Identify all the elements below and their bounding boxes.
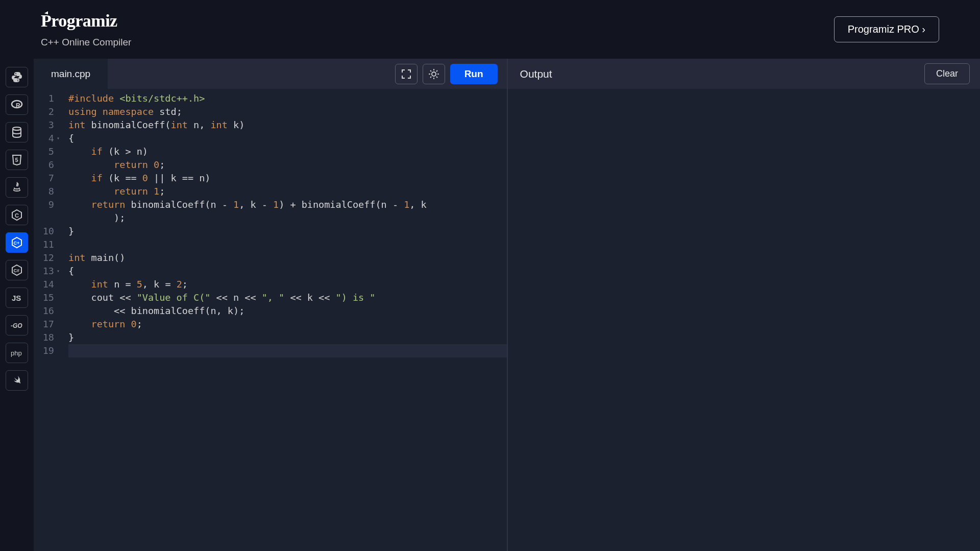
fullscreen-icon [401,69,411,79]
svg-text:C#: C# [14,268,20,273]
file-tab[interactable]: main.cpp [34,59,108,89]
code-line[interactable]: return 1; [68,185,507,198]
line-number: 13 [34,265,54,278]
svg-text:5: 5 [15,157,18,163]
fullscreen-button[interactable] [395,64,418,84]
line-number: 6 [34,158,54,172]
line-number: 10 [34,225,54,238]
code-line[interactable]: cout << "Value of C(" << n << ", " << k … [68,291,507,304]
line-number: 2 [34,105,54,118]
lang-js-button[interactable]: JS [6,288,28,308]
code-line[interactable]: int binomialCoeff(int n, int k) [68,118,507,132]
line-number: 3 [34,118,54,132]
line-number: 12 [34,251,54,265]
output-header: Output Clear [508,59,980,89]
line-number: 17 [34,318,54,331]
code-line[interactable]: int main() [68,251,507,265]
line-number: 9 [34,198,54,211]
svg-text:JS: JS [12,294,21,302]
svg-text:R: R [16,102,20,109]
svg-point-3 [13,127,21,130]
code-line[interactable]: if (k > n) [68,145,507,158]
line-number [34,211,54,225]
brand-block: Programiz C++ Online Compiler [41,11,143,48]
lang-csharp-button[interactable]: C# [6,260,28,280]
line-number: 1 [34,92,54,105]
svg-text:C: C [15,212,19,219]
code-line[interactable]: int n = 5, k = 2; [68,278,507,291]
logo-icon: Programiz [41,11,143,31]
line-number: 16 [34,304,54,318]
theme-toggle-button[interactable] [423,64,445,84]
code-line[interactable]: return 0; [68,318,507,331]
logo[interactable]: Programiz [41,11,143,35]
line-number: 8 [34,185,54,198]
svg-text:php: php [11,349,22,357]
line-number: 18 [34,331,54,344]
code-area[interactable]: 12345678910111213141516171819 #include <… [34,89,507,551]
line-number: 19 [34,344,54,357]
lang-r-button[interactable]: R [6,94,28,115]
code-line[interactable]: } [68,331,507,344]
main: R5CC+C#JS-GOphp main.cpp [0,59,980,551]
code-line[interactable]: } [68,225,507,238]
line-number: 11 [34,238,54,251]
code-line[interactable]: return binomialCoeff(n - 1, k - 1) + bin… [68,198,507,211]
svg-text:C+: C+ [14,241,20,246]
svg-line-21 [430,77,431,78]
svg-line-22 [436,70,437,71]
lang-python-button[interactable] [6,67,28,87]
code-line[interactable] [68,238,507,251]
editor-pane: main.cpp Run [34,59,508,551]
svg-text:Programiz: Programiz [41,11,117,30]
lang-java-button[interactable] [6,177,28,198]
language-sidebar: R5CC+C#JS-GOphp [0,59,34,551]
line-number: 14 [34,278,54,291]
line-number: 4 [34,132,54,145]
output-title: Output [520,68,552,80]
code-line[interactable]: { [68,132,507,145]
lang-sql-button[interactable] [6,122,28,142]
code-line[interactable]: using namespace std; [68,105,507,118]
code-line[interactable]: { [68,265,507,278]
lang-php-button[interactable]: php [6,343,28,363]
run-button[interactable]: Run [450,64,498,84]
code-line[interactable]: #include <bits/stdc++.h> [68,92,507,105]
sun-icon [428,68,439,80]
code-line[interactable]: return 0; [68,158,507,172]
output-content [508,89,980,551]
svg-text:-GO: -GO [11,322,22,329]
lang-c-button[interactable]: C [6,205,28,225]
lang-go-button[interactable]: -GO [6,315,28,336]
header: Programiz C++ Online Compiler Programiz … [0,0,980,59]
code-line[interactable]: << binomialCoeff(n, k); [68,304,507,318]
subtitle: C++ Online Compiler [41,37,143,48]
code-content[interactable]: #include <bits/stdc++.h>using namespace … [60,92,507,551]
line-gutter: 12345678910111213141516171819 [34,92,60,551]
lang-cpp-button[interactable]: C+ [6,232,28,253]
svg-point-14 [432,72,436,76]
lang-swift-button[interactable] [6,370,28,391]
code-line[interactable]: if (k == 0 || k == n) [68,172,507,185]
output-pane: Output Clear [508,59,980,551]
pro-button[interactable]: Programiz PRO › [834,16,939,42]
code-line[interactable]: ); [68,211,507,225]
clear-button[interactable]: Clear [924,63,970,84]
svg-line-20 [436,77,437,78]
code-line[interactable] [68,344,507,357]
svg-line-19 [430,70,431,71]
lang-html-button[interactable]: 5 [6,150,28,170]
editor-header: main.cpp Run [34,59,507,89]
line-number: 7 [34,172,54,185]
line-number: 5 [34,145,54,158]
line-number: 15 [34,291,54,304]
